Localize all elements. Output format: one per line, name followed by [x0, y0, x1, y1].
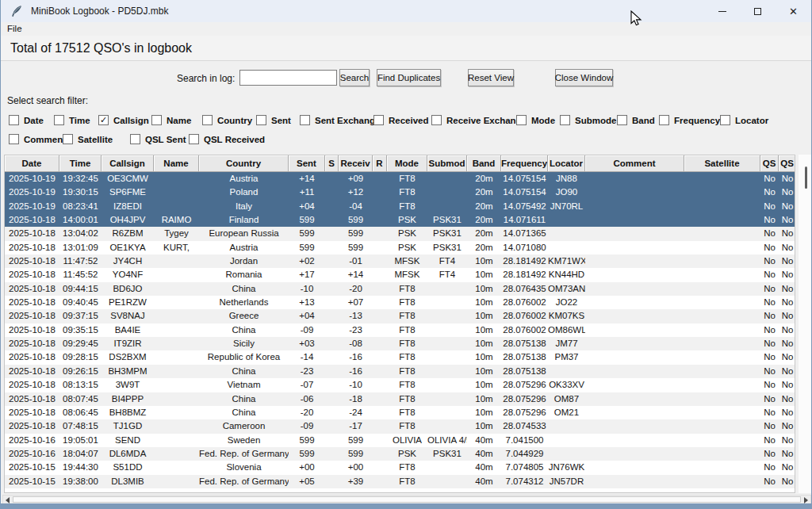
filter-checkbox-qsl-sent[interactable]: QSL Sent: [130, 134, 186, 144]
cell-qsl-received: No: [779, 282, 795, 296]
cell-locator: PM37: [548, 350, 585, 364]
table-row[interactable]: 2025-10-1808:07:45BI4PPPChina-06-18FT810…: [5, 392, 795, 406]
column-header-mode[interactable]: Mode: [387, 155, 427, 172]
table-row[interactable]: 2025-10-1813:04:02R6ZBMTygeyEuropean Rus…: [5, 227, 795, 240]
find-duplicates-button[interactable]: Find Duplicates: [377, 69, 441, 86]
cell-received: -16: [339, 365, 373, 378]
cell-frequency: 28.181492: [501, 268, 548, 281]
column-header-receive-exchange[interactable]: R: [373, 155, 387, 172]
cell-name: [154, 282, 199, 296]
filter-checkbox-submode[interactable]: Submode: [560, 115, 616, 125]
table-row[interactable]: 2025-10-1809:26:15BH3MPMChina-23-16FT810…: [5, 365, 795, 378]
table-row[interactable]: 2025-10-1908:23:41IZ8EDIItaly+04-04FT820…: [5, 200, 795, 213]
maximize-button[interactable]: [740, 0, 776, 22]
table-row[interactable]: 2025-10-1809:44:15BD6JOChina-10-20FT810m…: [5, 282, 795, 296]
cell-name: [154, 378, 199, 392]
reset-view-button[interactable]: Reset View: [468, 69, 514, 86]
scroll-left-icon[interactable]: [6, 497, 10, 503]
table-row[interactable]: 2025-10-1808:06:45BH8BMZChina-20-24FT810…: [5, 406, 795, 419]
column-header-locator[interactable]: Locator: [548, 155, 585, 172]
minimize-button[interactable]: [704, 0, 740, 22]
table-row[interactable]: 2025-10-1814:00:01OH4JPVRAIMOFinland5995…: [5, 213, 795, 227]
column-header-band[interactable]: Band: [467, 155, 501, 172]
cell-qsl-sent: No: [760, 268, 779, 281]
cell-locator: JM77: [548, 337, 585, 350]
column-header-sent-exchange[interactable]: S: [325, 155, 339, 172]
cell-submode: OLIVIA 4/5: [427, 434, 467, 447]
filter-checkbox-comment[interactable]: Comment: [9, 134, 66, 144]
table-row[interactable]: 2025-10-1809:28:15DS2BXMRepublic of Kore…: [5, 350, 795, 364]
column-header-callsign[interactable]: Callsign: [102, 155, 154, 172]
horizontal-scrollbar-thumb[interactable]: [13, 496, 801, 503]
column-header-received[interactable]: Receiv: [339, 155, 373, 172]
table-row[interactable]: 2025-10-1811:47:52JY4CHJordan+02-01MFSKF…: [5, 254, 795, 268]
filter-checkbox-callsign[interactable]: ✓Callsign: [98, 115, 149, 125]
menu-bar: File: [1, 22, 811, 36]
table-row[interactable]: 2025-10-1809:35:15BA4IEChina-09-23FT810m…: [5, 323, 795, 337]
filter-checkbox-time[interactable]: Time: [54, 115, 90, 125]
filter-checkbox-sent-exchange[interactable]: Sent Exchange: [300, 115, 380, 125]
table-row[interactable]: 2025-10-1807:48:15TJ1GDCameroon-09-17FT8…: [5, 419, 795, 433]
table-row[interactable]: 2025-10-1809:37:15SV8NAJGreece+04-13FT81…: [5, 309, 795, 323]
filter-checkbox-frequency[interactable]: Frequency: [659, 115, 720, 125]
search-button[interactable]: Search: [339, 69, 370, 86]
filter-checkbox-qsl-received[interactable]: QSL Received: [189, 134, 265, 144]
close-window-button[interactable]: Close Window: [555, 69, 613, 86]
filter-checkbox-date[interactable]: Date: [9, 115, 44, 125]
column-header-qsl-received[interactable]: QS: [779, 155, 795, 172]
cell-name: Tygey: [154, 227, 199, 240]
scroll-right-icon[interactable]: [804, 497, 808, 503]
close-button[interactable]: ✕: [776, 0, 811, 22]
filter-checkbox-locator[interactable]: Locator: [720, 115, 768, 125]
column-header-country[interactable]: Country: [199, 155, 289, 172]
filter-checkbox-mode[interactable]: Mode: [516, 115, 555, 125]
cell-sent-exchange: [325, 172, 339, 186]
cell-received: +00: [339, 461, 373, 474]
cell-frequency: 28.075138: [501, 337, 548, 350]
filter-checkbox-band[interactable]: Band: [617, 115, 655, 125]
column-header-comment[interactable]: Comment: [585, 155, 684, 172]
table-row[interactable]: 2025-10-1808:13:153W9TVietnam-07-10FT810…: [5, 378, 795, 392]
table-row[interactable]: 2025-10-1809:29:45IT9ZIRSicily+03-08FT81…: [5, 337, 795, 350]
table-row[interactable]: 2025-10-1919:32:45OE3CMWAustria+14+09FT8…: [5, 172, 795, 186]
cell-band: 20m: [467, 213, 501, 227]
table-row[interactable]: 2025-10-1519:44:30S51DDSlovenia+00+00FT8…: [5, 461, 795, 474]
column-header-satellite[interactable]: Satellite: [684, 155, 760, 172]
search-label: Search in log:: [177, 73, 235, 84]
cell-country: Poland: [199, 186, 289, 199]
cell-mode: PSK: [387, 213, 427, 227]
table-row[interactable]: 2025-10-1618:04:07DL6MDAFed. Rep. of Ger…: [5, 447, 795, 461]
column-header-frequency[interactable]: Frequency: [501, 155, 548, 172]
cell-country: China: [199, 392, 289, 406]
table-row[interactable]: 2025-10-1619:05:01SENDSweden599599OLIVIA…: [5, 434, 795, 447]
cell-band: 40m: [467, 447, 501, 461]
column-header-qsl-sent[interactable]: QS: [760, 155, 779, 172]
column-header-name[interactable]: Name: [154, 155, 199, 172]
column-header-date[interactable]: Date: [5, 155, 59, 172]
table-row[interactable]: 2025-10-1919:30:15SP6FMEPoland+11+12FT82…: [5, 186, 795, 199]
column-header-time[interactable]: Time: [59, 155, 102, 172]
column-header-submode[interactable]: Submod: [427, 155, 467, 172]
filter-checkbox-received[interactable]: Received: [373, 115, 429, 125]
column-header-sent[interactable]: Sent: [289, 155, 325, 172]
filter-checkbox-receive-exchange[interactable]: Receive Exchange: [431, 115, 527, 125]
checkbox-label: Received: [389, 116, 429, 125]
vertical-scrollbar-thumb[interactable]: [805, 166, 807, 189]
vertical-scrollbar[interactable]: [799, 155, 811, 493]
search-input[interactable]: [239, 70, 337, 86]
cell-date: 2025-10-18: [5, 350, 59, 364]
filter-checkbox-satellite[interactable]: Satellite: [63, 134, 113, 144]
cell-time: 09:26:15: [59, 365, 102, 378]
filter-checkbox-country[interactable]: Country: [202, 115, 252, 125]
cell-satellite: [684, 323, 760, 337]
cell-satellite: [684, 268, 760, 281]
filter-checkbox-sent[interactable]: Sent: [256, 115, 291, 125]
cell-sent-exchange: [325, 186, 339, 199]
table-row[interactable]: 2025-10-1813:01:09OE1KYAKURT,Austria5995…: [5, 241, 795, 254]
table-row[interactable]: 2025-10-1811:45:52YO4NFRomania+17+14MFSK…: [5, 268, 795, 281]
menu-file[interactable]: File: [7, 22, 22, 36]
table-row[interactable]: 2025-10-1809:40:45PE1RZWNetherlands+13+0…: [5, 296, 795, 309]
filter-checkbox-name[interactable]: Name: [151, 115, 191, 125]
table-row[interactable]: 2025-10-1519:38:00DL3MIBFed. Rep. of Ger…: [5, 475, 795, 488]
horizontal-scrollbar[interactable]: [2, 495, 811, 503]
